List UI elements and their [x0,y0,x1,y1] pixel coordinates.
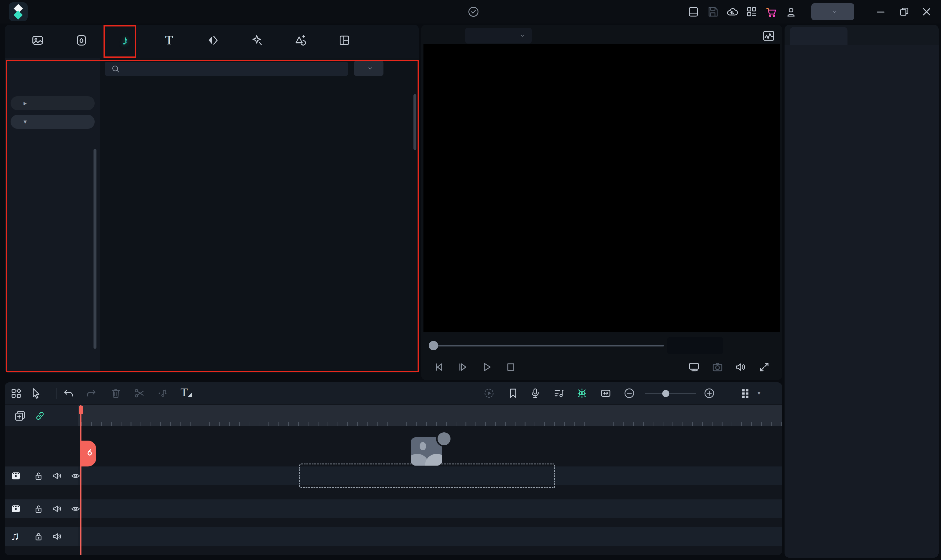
video-track-icon [10,470,22,482]
auto-split-icon[interactable] [576,387,588,399]
video-track-icon [10,503,22,515]
tab-stickers[interactable] [283,26,318,56]
layout-icon[interactable] [687,5,700,18]
audio-mixer-icon[interactable] [552,387,565,399]
eye-icon[interactable] [70,470,81,482]
drop-zone[interactable] [299,463,555,488]
lock-icon[interactable] [33,531,44,542]
close-button[interactable] [920,0,933,23]
filter-dropdown[interactable] [354,61,383,76]
split-scissors-icon[interactable] [133,387,145,399]
select-tool-icon[interactable] [30,387,42,399]
transition-icon [206,34,220,47]
dashboard-grid-icon[interactable] [745,5,758,18]
scope-icon[interactable] [762,29,776,43]
zoom-slider[interactable] [645,393,696,394]
sidebar-scrollbar[interactable] [94,149,97,349]
save-icon[interactable] [706,5,719,18]
chevron-down-icon [519,32,526,39]
music-search-input[interactable] [105,62,348,76]
mute-icon[interactable] [52,531,63,542]
audio-track-1-lane[interactable] [78,527,782,546]
minimize-button[interactable] [874,0,887,23]
stock-icon [75,34,88,47]
saved-check-icon [467,5,480,18]
restore-button[interactable] [898,0,911,23]
delete-icon[interactable] [110,387,122,399]
previous-frame-button[interactable] [432,361,445,374]
display-device-button[interactable] [687,361,700,374]
tab-stock-library[interactable] [64,26,99,56]
track-manager-caret-icon[interactable]: ▾ [758,389,760,397]
preview-viewport[interactable] [423,44,780,332]
user-icon[interactable] [784,5,798,18]
ripple-edit-icon[interactable] [600,387,612,399]
playback-slider-handle[interactable] [429,341,438,350]
next-frame-button[interactable] [456,361,469,374]
zoom-in-icon[interactable] [703,387,715,399]
redo-icon[interactable] [85,387,97,399]
tab-transition[interactable] [195,26,231,56]
sticker-icon [294,34,307,47]
track-manager-icon[interactable] [739,387,752,400]
tab-text[interactable]: T [151,26,187,56]
zoom-out-icon[interactable] [623,387,635,399]
more-options-button[interactable] [394,62,412,75]
music-scrollbar[interactable] [414,94,417,150]
audio-category-sidebar: ▸ ▾ ‹ [5,58,100,373]
cart-icon[interactable] [764,5,778,18]
sidebar-items [5,58,100,373]
current-timecode[interactable] [667,337,723,354]
render-preview-icon[interactable] [483,387,495,399]
media-panel: ♪ T [5,25,419,373]
text-tool-icon[interactable]: T◢ [181,385,192,399]
lock-icon[interactable] [33,503,44,514]
template-icon [338,34,351,47]
tab-templates[interactable] [327,26,362,56]
video-track-2-header [5,466,78,485]
asset-tabstrip: ♪ T [5,25,419,58]
cloud-sync-icon[interactable] [726,5,739,18]
timeline-panel: T◢ ▾ [5,382,782,555]
tab-project-info[interactable] [790,27,847,45]
media-board-icon[interactable] [10,387,22,399]
tab-effects[interactable] [239,26,274,56]
playhead-line[interactable] [80,405,81,555]
transport-controls [421,359,782,377]
mute-icon[interactable] [52,470,63,482]
media-icon [31,34,45,47]
video-track-1-lane[interactable] [78,499,782,518]
snapshot-button[interactable] [711,361,724,374]
stop-button[interactable] [504,361,517,374]
project-info-body [784,45,939,558]
zoom-slider-handle[interactable] [662,390,669,397]
mute-icon[interactable] [52,503,63,514]
chevron-down-icon [367,65,374,72]
export-button[interactable] [811,3,854,20]
app-window: ♪ T [0,0,941,560]
toolbar-divider [57,388,57,399]
tab-audio[interactable]: ♪ [108,26,143,56]
add-media-badge[interactable] [436,431,452,447]
playhead-glyph-icon [83,447,95,460]
export-chevron-icon[interactable] [831,8,838,15]
record-voiceover-icon[interactable] [529,387,541,399]
lock-icon[interactable] [33,470,44,482]
add-track-icon[interactable] [14,409,26,422]
audio-track-1-header: ♫ [5,527,78,546]
marker-icon[interactable] [507,387,519,399]
timeline-toolbar: T◢ ▾ [5,382,782,404]
playhead-handle[interactable] [81,441,96,466]
volume-button[interactable] [734,361,747,374]
music-note-icon: ♪ [122,34,129,47]
eye-icon[interactable] [70,503,81,514]
playback-slider[interactable] [432,345,664,346]
link-icon[interactable] [34,409,46,422]
tab-my-media[interactable] [20,26,55,56]
quality-dropdown[interactable] [465,28,532,43]
undo-icon[interactable] [62,387,75,399]
beat-detect-icon[interactable] [157,387,169,399]
play-button[interactable] [480,361,493,374]
fullscreen-button[interactable] [758,361,771,374]
effects-icon [250,34,263,47]
